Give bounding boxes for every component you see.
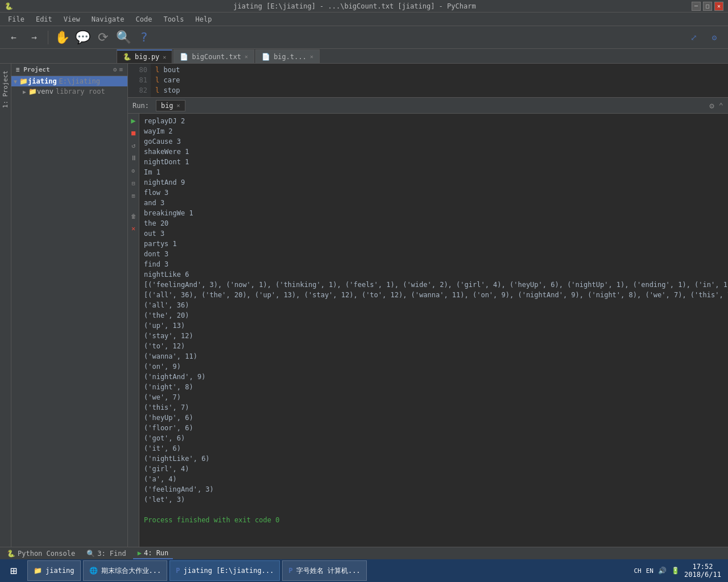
tab-bigcount-label: bigCount.txt xyxy=(192,53,241,61)
run-settings-btn[interactable]: ⚙ xyxy=(129,166,138,175)
menu-tools[interactable]: Tools xyxy=(158,13,189,26)
tray-sound[interactable]: 🔊 xyxy=(658,567,667,575)
tree-venv-name: venv xyxy=(37,88,53,95)
tabs-bar: 🐍 big.py ✕ 📄 bigCount.txt ✕ 📄 big.t... ✕ xyxy=(0,49,728,64)
taskbar-clock: 17:52 2018/6/11 xyxy=(684,563,721,579)
code-line-82: l stop xyxy=(155,85,723,95)
project-strip-label[interactable]: 1: Project xyxy=(1,66,10,113)
line-numbers: 80 81 82 xyxy=(128,64,151,97)
taskbar-photoshop[interactable]: P 字号姓名 计算机... xyxy=(282,560,366,581)
tab-bigpy[interactable]: 🐍 big.py ✕ xyxy=(117,49,172,63)
output-line-nightdont: nightDont 1 xyxy=(144,157,723,167)
run-tab-close-icon[interactable]: ✕ xyxy=(177,102,180,109)
speech-button[interactable]: 💬 xyxy=(73,28,92,47)
tray-ch[interactable]: CH xyxy=(634,567,641,575)
bottom-tab-run[interactable]: ▶ 4: Run xyxy=(133,548,173,559)
output-line-it: ('it', 6) xyxy=(144,443,723,454)
run-up-arrow[interactable]: ⌃ xyxy=(719,101,723,110)
photoshop-icon: P xyxy=(288,567,292,575)
stop-button[interactable]: ✋ xyxy=(53,28,71,47)
tray-en[interactable]: EN xyxy=(646,567,653,575)
run-name-tab[interactable]: big ✕ xyxy=(156,100,185,111)
run-name: big xyxy=(161,102,173,110)
tab-bigpy-close[interactable]: ✕ xyxy=(163,54,166,60)
line-num-82: 82 xyxy=(128,85,147,95)
tree-root: ▼ 📁 jiating E:\jiating ▶ 📁 venv library … xyxy=(11,76,127,97)
folder-icon: 📁 xyxy=(19,77,28,85)
output-line-empty xyxy=(144,505,723,515)
homework-icon: 🌐 xyxy=(89,567,98,575)
code-editor[interactable]: l bout l care l stop xyxy=(151,64,728,97)
run-settings-icon[interactable]: ⚙ xyxy=(709,101,714,110)
search-button[interactable]: 🔍 xyxy=(114,28,133,47)
tab-bigt[interactable]: 📄 big.t... ✕ xyxy=(255,49,320,63)
run-gear-btn[interactable]: 🗑 xyxy=(129,211,138,221)
menu-edit[interactable]: Edit xyxy=(30,13,58,26)
tab-bigcount[interactable]: 📄 bigCount.txt ✕ xyxy=(173,49,254,63)
tree-item-jiating[interactable]: ▼ 📁 jiating E:\jiating xyxy=(11,76,127,86)
venv-icon: 📁 xyxy=(28,88,37,95)
menu-code[interactable]: Code xyxy=(130,13,158,26)
sidebar-settings-icon[interactable]: ⚙ xyxy=(113,66,117,73)
code-line-80: l bout xyxy=(155,65,723,75)
tab-bigcount-close[interactable]: ✕ xyxy=(245,53,248,60)
run-stop-button[interactable]: ■ xyxy=(129,128,138,138)
homework-label: 期末综合大作业... xyxy=(101,566,162,576)
maximize-button[interactable]: □ xyxy=(703,2,712,11)
run-rerun-button[interactable]: ↺ xyxy=(129,141,138,150)
run-tab-label: 4: Run xyxy=(144,549,168,557)
help-button[interactable]: ? xyxy=(135,28,153,47)
output-line-replaydj: replayDJ 2 xyxy=(144,116,723,126)
run-close-btn[interactable]: ✕ xyxy=(129,224,138,233)
bottom-tab-python-console[interactable]: 🐍 Python Console xyxy=(2,548,80,559)
output-line-tuple2: [('all', 36), ('the', 20), ('up', 13), (… xyxy=(144,290,723,300)
expand-icon[interactable]: ⤢ xyxy=(685,28,703,47)
output-line-gocause: goCause 3 xyxy=(144,136,723,147)
start-button[interactable]: ⊞ xyxy=(2,560,25,581)
bottom-tab-find[interactable]: 🔍 3: Find xyxy=(82,548,131,559)
taskbar-pycharm[interactable]: P jiating [E:\jiating... xyxy=(169,560,280,581)
tree-item-venv[interactable]: ▶ 📁 venv library root xyxy=(11,86,127,97)
minimize-button[interactable]: ─ xyxy=(692,2,701,11)
settings-icon[interactable]: ⚙ xyxy=(705,28,723,47)
tree-venv-label: library root xyxy=(56,88,105,95)
pycharm-label: jiating [E:\jiating... xyxy=(184,567,274,575)
output-line-wayim: wayIm 2 xyxy=(144,126,723,136)
menu-help[interactable]: Help xyxy=(190,13,218,26)
find-icon: 🔍 xyxy=(86,550,95,558)
menu-file[interactable]: File xyxy=(2,13,30,26)
code-l-keyword3: l xyxy=(155,86,159,94)
run-toolbar: ▶ ■ ↺ ⏸ ⚙ ⊟ ⊞ 🗑 ✕ xyxy=(128,114,139,547)
output-line-the: the 20 xyxy=(144,218,723,228)
sidebar-gear-icon[interactable]: ≡ xyxy=(119,66,123,73)
output-line-and: and 3 xyxy=(144,198,723,208)
sidebar-header: ≡ Project ⚙ ≡ xyxy=(11,64,127,76)
close-button[interactable]: ✕ xyxy=(714,2,723,11)
forward-button[interactable]: → xyxy=(25,28,43,47)
menu-navigate[interactable]: Navigate xyxy=(86,13,130,26)
tray-battery[interactable]: 🔋 xyxy=(671,567,680,575)
run-settings[interactable]: ⚙ ⌃ xyxy=(709,101,723,110)
taskbar-jiating[interactable]: 📁 jiating xyxy=(27,560,81,581)
pycharm-icon: P xyxy=(176,567,180,575)
tab-bigt-icon: 📄 xyxy=(262,53,270,61)
run-play-button[interactable]: ▶ xyxy=(129,116,138,125)
tree-arrow-jiating: ▼ xyxy=(14,78,17,85)
tab-bigt-close[interactable]: ✕ xyxy=(310,53,313,60)
window-controls: ─ □ ✕ xyxy=(692,2,723,11)
run-layout-btn[interactable]: ⊟ xyxy=(129,178,138,188)
menu-bar: File Edit View Navigate Code Tools Help xyxy=(0,13,728,26)
menu-view[interactable]: View xyxy=(58,13,86,26)
tree-jiating-name: jiating xyxy=(28,77,57,85)
jiating-icon: 📁 xyxy=(34,567,42,575)
run-scroll-btn[interactable]: ⊞ xyxy=(129,191,138,200)
output-line-got: ('got', 6) xyxy=(144,433,723,443)
window-icon: 🐍 xyxy=(5,2,13,10)
output-line-breakingwe: breakingWe 1 xyxy=(144,208,723,218)
tab-bigpy-icon: 🐍 xyxy=(123,53,131,61)
run-suspend-button[interactable]: ⏸ xyxy=(129,153,138,163)
reload-button[interactable]: ⟳ xyxy=(94,28,112,47)
output-line-up: ('up', 13) xyxy=(144,321,723,331)
taskbar-homework[interactable]: 🌐 期末综合大作业... xyxy=(83,560,168,581)
back-button[interactable]: ← xyxy=(5,28,23,47)
